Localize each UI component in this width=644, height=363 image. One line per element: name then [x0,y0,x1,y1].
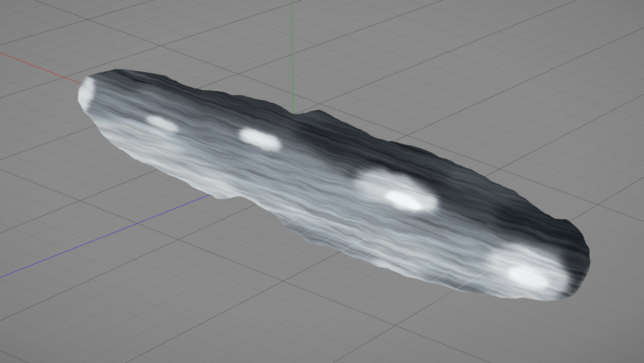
vignette-overlay [0,0,644,363]
viewport-canvas[interactable] [0,0,644,363]
viewport-3d[interactable] [0,0,644,363]
